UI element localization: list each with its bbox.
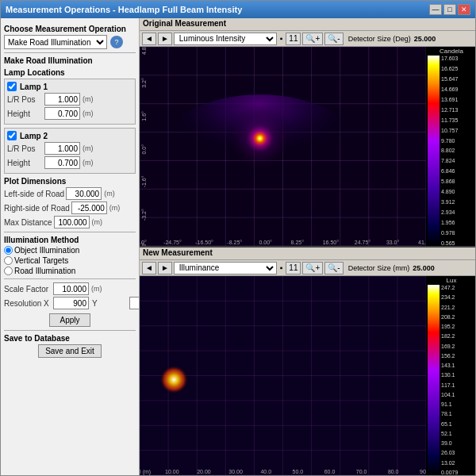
lamp2-lr-input[interactable] [44,142,80,155]
save-exit-button[interactable]: Save and Exit [38,344,102,358]
bottom-type-dropdown[interactable]: Illuminance [174,262,277,274]
top-colorbar: Candela 17.60316.62515.64714.66913.69112… [428,47,475,246]
method-vert-label: Vertical Targets [14,256,68,265]
method-vert-row: Vertical Targets [4,256,136,265]
operation-dropdown[interactable]: Make Road Illumination Measurement [4,35,107,49]
top-colorbar-canvas [428,56,440,246]
main-content: Choose Measurement Operation Make Road I… [1,18,475,475]
left-road-input[interactable] [66,187,102,200]
scale-unit: (m) [91,285,102,293]
top-sep: ▪ [280,34,283,43]
bottom-colorbar-canvas [428,285,440,475]
top-btn1[interactable]: 11 [286,33,301,45]
illum-method-label: Illumination Method [4,236,136,244]
top-zoom-out[interactable]: 🔍- [324,33,343,45]
max-dist-row: Max Distance (m) [4,216,136,228]
lamp1-box: Lamp 1 L/R Pos (m) Height (m) [4,79,136,125]
main-window: Measurement Operations - Headlamp Full B… [0,0,476,476]
method-road-label: Road Illumination [14,267,75,275]
lamp2-height-input[interactable] [44,156,80,169]
top-colorbar-unit: Candela [428,47,475,56]
op-row: Make Road Illumination Measurement ? [4,35,136,49]
top-detector-val: 25.000 [414,35,436,43]
top-zoom-in[interactable]: 🔍+ [302,33,323,45]
top-forward-btn[interactable]: ► [158,33,172,45]
lamp1-lr-label: L/R Pos [7,95,43,104]
top-detector-label: Detector Size (Deg) [348,35,411,43]
lamp2-height-label: Height [7,159,43,167]
left-road-label: Left-side of Road [4,190,64,198]
left-panel: Choose Measurement Operation Make Road I… [1,18,140,475]
window-controls: — □ ✕ [429,4,470,15]
scale-factor-row: Scale Factor (m) [4,282,136,295]
scale-factor-label: Scale Factor [4,285,52,294]
max-dist-input[interactable] [54,216,90,228]
right-road-row: Right-side of Road (m) [4,202,136,214]
bottom-back-btn[interactable]: ◄ [142,262,156,274]
lamp2-header: Lamp 2 [7,131,132,140]
left-road-unit: (m) [104,190,115,198]
top-canvas-area: Candela 17.60316.62515.64714.66913.69112… [140,47,475,246]
right-panel: Original Measurement ◄ ► Luminous Intens… [140,18,475,475]
method-road-radio[interactable] [4,267,13,275]
lamp1-checkbox[interactable] [7,82,17,91]
lamp2-label: Lamp 2 [20,132,48,140]
lamp1-height-row: Height (m) [7,107,132,120]
lamp1-lr-input[interactable] [44,93,80,106]
choose-op-label: Choose Measurement Operation [4,25,136,33]
bottom-btn1[interactable]: 11 [286,262,301,274]
minimize-button[interactable]: — [429,4,442,15]
scale-factor-input[interactable] [53,282,89,295]
bottom-forward-btn[interactable]: ► [158,262,172,274]
make-road-label: Make Road Illumination [4,56,136,65]
title-bar: Measurement Operations - Headlamp Full B… [1,1,475,18]
close-button[interactable]: ✕ [458,4,470,15]
bottom-colorbar-unit: Lux [428,276,475,285]
top-toolbar: ◄ ► Luminous Intensity ▪ 11 🔍+ 🔍- Detect… [140,31,475,47]
bottom-toolbar: ◄ ► Illuminance ▪ 11 🔍+ 🔍- Detector Size… [140,260,475,276]
plot-dimensions-label: Plot Dimensions [4,177,136,186]
res-x-input[interactable] [53,297,89,309]
apply-button[interactable]: Apply [49,313,90,327]
bottom-zoom-out[interactable]: 🔍- [324,262,343,274]
bottom-section-label: New Measurement [140,248,475,260]
lamp1-label: Lamp 1 [20,83,48,91]
method-obj-label: Object Illumination [14,246,79,255]
bottom-colorbar-labels: 247.2234.2221.2208.2195.2182.2169.2156.2… [440,285,459,475]
bottom-detector-label: Detector Size (mm) [348,264,410,272]
right-road-unit: (m) [109,204,121,212]
res-x-label: Resolution X [4,299,52,308]
help-button[interactable]: ? [110,36,123,48]
lamp2-height-row: Height (m) [7,156,132,169]
window-title: Measurement Operations - Headlamp Full B… [6,5,242,14]
method-vert-radio[interactable] [4,256,13,265]
lamp2-height-unit: (m) [83,159,94,167]
method-obj-radio[interactable] [4,246,13,255]
bottom-detector-val: 25.000 [413,264,435,272]
res-y-label: Y [92,299,128,308]
bottom-zoom-in[interactable]: 🔍+ [302,262,323,274]
bottom-canvas-area: Lux 247.2234.2221.2208.2195.2182.2169.21… [140,276,475,475]
top-back-btn[interactable]: ◄ [142,33,156,45]
lamp1-header: Lamp 1 [7,82,132,91]
right-road-label: Right-side of Road [4,204,70,213]
bottom-sep: ▪ [280,263,283,272]
right-road-input[interactable] [71,202,107,214]
bottom-colorbar-inner: 247.2234.2221.2208.2195.2182.2169.2156.2… [428,285,475,475]
left-road-row: Left-side of Road (m) [4,187,136,200]
top-viz-container: Original Measurement ◄ ► Luminous Intens… [140,18,475,248]
maximize-button[interactable]: □ [443,4,456,15]
top-type-dropdown[interactable]: Luminous Intensity [174,33,277,45]
max-dist-label: Max Distance [4,218,52,227]
lamp1-height-unit: (m) [83,109,94,117]
res-y-input[interactable] [129,297,140,309]
lamp2-checkbox[interactable] [7,131,17,140]
lamp1-height-input[interactable] [44,107,80,120]
resolution-row: Resolution X Y [4,297,136,309]
bottom-visualization-canvas [140,276,426,475]
save-container: Save and Exit [4,344,136,358]
method-road-row: Road Illumination [4,267,136,275]
top-colorbar-labels: 17.60316.62515.64714.66913.69112.71311.7… [440,56,459,246]
lamp2-lr-label: L/R Pos [7,144,43,153]
lamp1-height-label: Height [7,109,43,118]
